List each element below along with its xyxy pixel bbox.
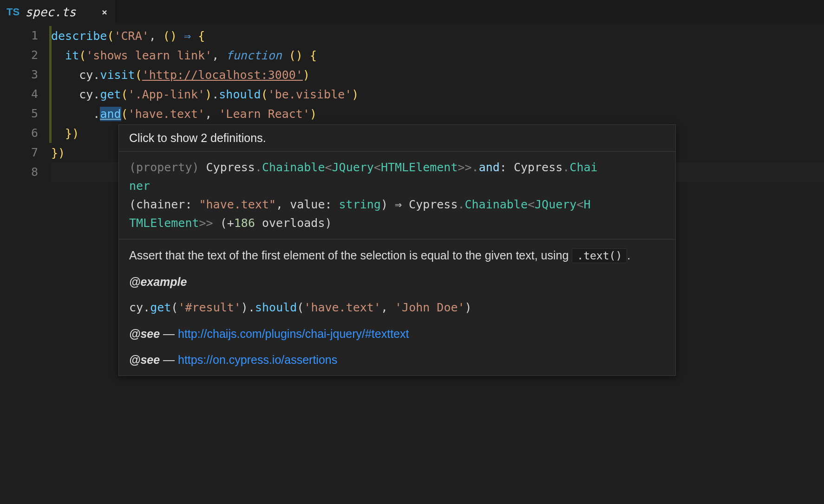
sig-token: JQuery <box>535 198 576 211</box>
ex-token: 'John Doe' <box>395 301 465 314</box>
token-dot: . <box>93 88 100 101</box>
git-change-marker <box>49 26 52 143</box>
typescript-icon: TS <box>7 6 20 18</box>
sig-token: : Cypress <box>500 161 562 174</box>
sig-token: . <box>255 161 262 174</box>
doc-link[interactable]: http://chaijs.com/plugins/chai-jquery/#t… <box>178 327 409 340</box>
token-string: 'CRA' <box>114 29 149 43</box>
sig-token: Chai <box>569 161 597 174</box>
token-paren: ) <box>352 88 359 101</box>
doc-example-code: cy.get('#result').should('have.text', 'J… <box>129 298 665 317</box>
token-paren: () <box>163 29 177 43</box>
sig-token: ner <box>129 179 150 193</box>
code-line[interactable]: cy.get('.App-link').should('be.visible') <box>51 84 824 104</box>
sig-token: >> <box>199 216 213 230</box>
token-url[interactable]: 'http://localhost:3000' <box>142 68 303 82</box>
token-comma: , <box>212 49 226 62</box>
token-object: cy <box>79 88 93 101</box>
line-number: 8 <box>0 162 38 182</box>
sig-token: >> <box>458 161 471 174</box>
close-icon[interactable]: × <box>102 6 107 18</box>
sig-token: Cypress <box>199 161 255 174</box>
doc-tag-example: @example <box>129 275 187 288</box>
sig-token: (+ <box>213 216 234 230</box>
intellisense-hover[interactable]: Click to show 2 definitions. (property) … <box>118 124 676 376</box>
line-number-gutter: 1 2 3 4 5 6 7 8 <box>0 26 51 182</box>
sig-token: HTMLElement <box>381 161 458 174</box>
sig-overload-count: 186 <box>234 216 255 230</box>
line-number: 1 <box>0 26 38 45</box>
token-and-selected[interactable]: and <box>100 107 121 121</box>
hover-definitions-link[interactable]: Click to show 2 definitions. <box>119 125 675 152</box>
sig-token: (chainer: <box>129 198 199 211</box>
token-arrow: ⇒ <box>177 29 198 43</box>
token-string: 'Learn React' <box>219 107 310 121</box>
doc-code: .text() <box>572 248 627 263</box>
token-string: '.App-link' <box>128 88 205 101</box>
line-number: 2 <box>0 45 38 65</box>
hover-documentation: Assert that the text of the first elemen… <box>119 239 675 375</box>
sig-token: < <box>576 198 583 211</box>
token-paren: () <box>282 49 303 62</box>
token-string: 'be.visible' <box>268 88 352 101</box>
token-paren: ) <box>310 107 317 121</box>
token-comma: , <box>149 29 163 43</box>
token-paren: ) <box>205 88 212 101</box>
editor-tab[interactable]: TS spec.ts × <box>0 0 116 24</box>
ex-token: should <box>255 301 297 314</box>
line-number: 7 <box>0 143 38 162</box>
ex-token: '#result' <box>178 301 241 314</box>
token-paren: ( <box>79 49 86 62</box>
doc-text: Assert that the text of the first elemen… <box>129 249 572 262</box>
token-brace: }) <box>65 127 79 140</box>
token-paren: ( <box>121 88 128 101</box>
ex-token: , <box>381 301 395 314</box>
line-number: 4 <box>0 84 38 104</box>
token-function: should <box>219 88 261 101</box>
ex-token: ( <box>171 301 178 314</box>
token-function: get <box>100 88 121 101</box>
sig-token: and <box>479 161 500 174</box>
sig-token: Chainable <box>465 198 528 211</box>
code-line[interactable]: cy.visit('http://localhost:3000') <box>51 65 824 84</box>
token-paren: ) <box>303 68 310 82</box>
token-string: 'have.text' <box>128 107 205 121</box>
token-function: describe <box>51 29 107 43</box>
line-number: 6 <box>0 123 38 143</box>
sig-token: "have.text" <box>199 198 276 211</box>
doc-tag-see: @see <box>129 353 160 366</box>
token-dot: . <box>212 88 219 101</box>
token-brace: { <box>303 49 317 62</box>
sig-token: string <box>339 198 381 211</box>
code-line[interactable]: .and('have.text', 'Learn React') <box>51 104 824 123</box>
sig-token: . <box>472 161 479 174</box>
ex-token: ) <box>241 301 248 314</box>
line-number: 5 <box>0 104 38 123</box>
token-object: cy <box>79 68 93 82</box>
sig-token: < <box>528 198 535 211</box>
doc-text: . <box>627 249 630 262</box>
hover-signature: (property) Cypress.Chainable<JQuery<HTML… <box>119 152 675 239</box>
code-line[interactable]: describe('CRA', () ⇒ { <box>51 26 824 45</box>
token-function: it <box>65 49 79 62</box>
token-brace: { <box>198 29 205 43</box>
ex-token: ) <box>465 301 472 314</box>
token-paren: ( <box>121 107 128 121</box>
code-line[interactable]: it('shows learn link', function () { <box>51 45 824 65</box>
ex-token: ( <box>297 301 304 314</box>
sig-token: H <box>583 198 590 211</box>
token-paren: ( <box>107 29 114 43</box>
line-number: 3 <box>0 65 38 84</box>
doc-link[interactable]: https://on.cypress.io/assertions <box>178 353 337 366</box>
sig-token: . <box>458 198 464 211</box>
tab-filename: spec.ts <box>25 5 76 19</box>
token-paren: ( <box>135 68 142 82</box>
ex-token: cy <box>129 301 143 314</box>
token-function: visit <box>100 68 135 82</box>
sig-token: (property) <box>129 161 199 174</box>
sig-token: overloads) <box>255 216 332 230</box>
ex-token: 'have.text' <box>304 301 381 314</box>
token-dot: . <box>93 68 100 82</box>
doc-mdash: — <box>160 353 178 366</box>
sig-token: Chainable <box>262 161 325 174</box>
